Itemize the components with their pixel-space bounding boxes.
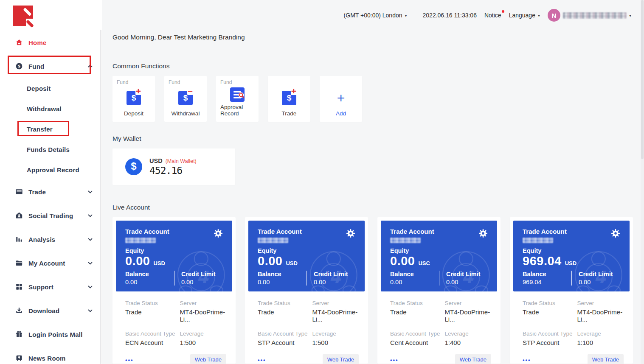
account-summary-panel: 4 Trade Account Equity [248, 221, 365, 291]
account-type-value: STP Account [258, 339, 312, 346]
account-summary-panel: 4 Trade Account Equity [116, 221, 232, 291]
sidebar-item-deposit[interactable]: Deposit [0, 78, 102, 98]
gift-icon [15, 330, 23, 338]
more-actions-button[interactable]: ••• [258, 357, 266, 363]
more-actions-button[interactable]: ••• [125, 357, 134, 363]
doo-prime-logo-icon[interactable] [13, 6, 33, 26]
gear-icon[interactable] [214, 229, 223, 240]
shortcut-category: Fund [220, 79, 232, 85]
server-value: MT4-DooPrime-Li... [445, 308, 491, 323]
account-number-redacted [390, 238, 421, 243]
server-label: Server [312, 300, 359, 306]
sidebar-item-home[interactable]: Home [0, 31, 102, 54]
folder-icon [15, 259, 23, 267]
notice-button[interactable]: Notice [484, 12, 501, 19]
leverage-label: Leverage [180, 330, 226, 337]
news-room-icon [15, 354, 23, 362]
equity-currency: USC [418, 260, 430, 266]
sidebar-item-label: Withdrawal [27, 105, 62, 112]
chevron-down-icon [88, 285, 93, 288]
server-value: MT4-DooPrime-Li... [180, 308, 226, 323]
more-actions-button[interactable]: ••• [390, 357, 399, 363]
wallet-currency: USD [149, 157, 163, 164]
gear-icon[interactable] [346, 229, 355, 240]
chevron-down-icon [88, 238, 93, 241]
web-trade-button[interactable]: Web Trade [588, 354, 624, 364]
shortcut-card-approval-record[interactable]: Fund Approval Record [216, 76, 259, 122]
leverage-value: 1:400 [445, 339, 491, 346]
live-account-card: 4 Trade Account Equity [510, 217, 633, 364]
sidebar-item-fund[interactable]: $ Fund [0, 54, 102, 78]
timezone-selector[interactable]: (GMT +00:00) London ▾ [344, 12, 407, 19]
sidebar-item-login-points-mall[interactable]: Login Points Mall [0, 322, 102, 346]
trade-account-title: Trade Account [258, 228, 302, 235]
credit-limit-label: Credit Limit [446, 271, 488, 277]
topbar: (GMT +00:00) London ▾ 2022.06.16 11:33:0… [112, 0, 644, 31]
shortcut-label: Approval Record [220, 104, 254, 117]
web-trade-button[interactable]: Web Trade [323, 354, 359, 364]
page-scrollbar-thumb[interactable] [641, 0, 644, 159]
trade-status-label: Trade Status [125, 300, 180, 306]
sidebar-item-label: Support [28, 283, 53, 291]
plus-badge-icon: + [291, 88, 297, 95]
live-account-section: Live Account 4 [112, 204, 644, 364]
user-menu[interactable]: N ▾ [548, 9, 631, 22]
account-type-value: Cent Account [390, 339, 445, 346]
more-actions-button[interactable]: ••• [523, 357, 531, 363]
server-label: Server [180, 300, 226, 306]
sidebar-item-label: Analysis [28, 236, 55, 243]
account-type-value: ECN Account [125, 339, 180, 346]
language-selector[interactable]: Language ▾ [509, 12, 540, 19]
chevron-up-icon [88, 64, 93, 68]
equity-label: Equity [390, 247, 488, 254]
credit-limit-label: Credit Limit [579, 271, 620, 277]
server-label: Server [577, 300, 624, 306]
sidebar-item-social-trading[interactable]: Social Trading [0, 204, 102, 227]
account-number-redacted [523, 238, 553, 243]
balance-label: Balance [390, 271, 439, 277]
gear-icon[interactable] [478, 229, 488, 240]
sidebar-item-label: Trade [28, 188, 46, 196]
account-number-redacted [125, 238, 156, 243]
shortcut-card-deposit[interactable]: Fund $ + Deposit [112, 76, 155, 122]
chevron-down-icon [88, 309, 93, 312]
sidebar-item-withdrawal[interactable]: Withdrawal [0, 98, 102, 119]
chevron-down-icon [88, 214, 93, 217]
shortcut-card-withdrawal[interactable]: Fund $ − Withdrawal [164, 76, 207, 122]
approval-record-icon [220, 85, 254, 104]
chevron-down-icon: ▾ [405, 13, 407, 18]
sidebar-nav: Home $ Fund Deposit Withdrawal Transfer [0, 31, 102, 364]
shortcut-card-trade[interactable]: $ + Trade [268, 76, 310, 122]
sidebar-item-approval-record[interactable]: Approval Record [0, 160, 102, 180]
magnifier-badge-icon [238, 92, 245, 101]
sidebar-item-label: Funds Details [27, 146, 70, 153]
credit-limit-value: 0.00 [181, 279, 223, 286]
sidebar-item-my-account[interactable]: My Account [0, 251, 102, 275]
sidebar-item-label: Home [28, 39, 46, 46]
section-title: My Wallet [112, 135, 644, 143]
gear-icon[interactable] [611, 229, 620, 240]
credit-limit-label: Credit Limit [181, 271, 223, 277]
web-trade-button[interactable]: Web Trade [190, 354, 226, 364]
leverage-value: 1:500 [180, 339, 226, 346]
sidebar-item-support[interactable]: Support [0, 275, 102, 299]
trade-status-label: Trade Status [390, 300, 445, 306]
sidebar-scrollbar[interactable] [100, 30, 101, 364]
sidebar-item-trade[interactable]: Trade [0, 180, 102, 204]
equity-value: 0.00 [125, 254, 150, 268]
equity-value: 0.00 [258, 254, 282, 268]
sidebar-item-download[interactable]: Download [0, 299, 102, 322]
shortcut-card-add[interactable]: + Add [320, 76, 362, 122]
download-icon [15, 307, 23, 314]
server-value: MT4-DooPrime-Li... [577, 308, 624, 323]
sidebar-item-analysis[interactable]: Analysis [0, 227, 102, 251]
web-trade-button[interactable]: Web Trade [455, 354, 491, 364]
sidebar-item-transfer[interactable]: Transfer [0, 119, 102, 139]
user-name-redacted [563, 12, 627, 19]
sidebar-item-funds-details[interactable]: Funds Details [0, 139, 102, 160]
page-scrollbar[interactable] [641, 0, 644, 364]
account-summary-panel: 4 Trade Account Equity [381, 221, 497, 291]
trade-status-value: Trade [523, 308, 577, 316]
chevron-down-icon: ▾ [629, 13, 631, 18]
sidebar-item-news-room[interactable]: News Room [0, 346, 102, 364]
